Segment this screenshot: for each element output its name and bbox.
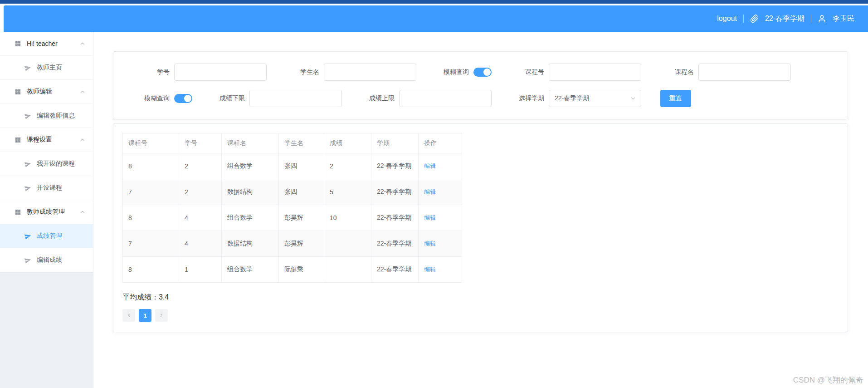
fuzzy-search-label: 模糊查询 xyxy=(124,94,170,103)
cell-action: 编辑 xyxy=(419,231,462,257)
course-id-label: 课程号 xyxy=(499,68,544,76)
next-page-button[interactable] xyxy=(155,309,168,322)
column-header: 成绩 xyxy=(324,133,371,153)
cell-course_name: 组合数学 xyxy=(222,153,279,179)
course-name-input[interactable] xyxy=(698,64,791,81)
prev-page-button[interactable] xyxy=(122,309,135,322)
send-icon xyxy=(24,256,32,264)
cell-student_id: 4 xyxy=(179,205,222,231)
cell-score xyxy=(324,257,371,283)
current-semester[interactable]: 22-春季学期 xyxy=(765,14,805,24)
average-score-line: 平均成绩：3.4 xyxy=(122,293,839,302)
results-card: 课程号学号课程名学生名成绩学期操作 82组合数学张四222-春季学期编辑72数据… xyxy=(113,123,848,332)
csdn-watermark: CSDN @飞翔的佩奇 xyxy=(793,375,863,385)
cell-course_id: 7 xyxy=(123,231,179,257)
sidebar-item-教师编辑[interactable]: 教师编辑 xyxy=(0,80,93,104)
sidebar-item-label: Hi! teacher xyxy=(27,40,58,47)
sidebar-item-开设课程[interactable]: 开设课程 xyxy=(0,176,93,200)
cell-course_id: 7 xyxy=(123,179,179,205)
fuzzy-search-field-bottom: 模糊查询 xyxy=(124,94,192,103)
sidebar-filler xyxy=(0,272,93,388)
fuzzy-search-toggle[interactable] xyxy=(473,68,492,77)
edit-link[interactable]: 编辑 xyxy=(424,240,436,247)
cell-student_id: 2 xyxy=(179,179,222,205)
cell-score: 2 xyxy=(324,153,371,179)
sidebar-item-课程设置[interactable]: 课程设置 xyxy=(0,128,93,152)
student-id-label: 学号 xyxy=(124,68,170,76)
grades-table: 课程号学号课程名学生名成绩学期操作 82组合数学张四222-春季学期编辑72数据… xyxy=(122,133,462,283)
cell-student_name: 阮健乘 xyxy=(279,257,324,283)
send-icon xyxy=(24,232,32,240)
page-button-1[interactable]: 1 xyxy=(139,309,151,322)
cell-action: 编辑 xyxy=(419,179,462,205)
average-score-label: 平均成绩： xyxy=(122,293,159,301)
cell-student_id: 1 xyxy=(179,257,222,283)
semester-field: 选择学期 22-春季学期 xyxy=(499,90,641,107)
sidebar-item-label: 编辑成绩 xyxy=(37,256,62,264)
cell-action: 编辑 xyxy=(419,153,462,179)
student-id-input[interactable] xyxy=(174,64,267,81)
course-id-field: 课程号 xyxy=(499,64,641,81)
logout-button[interactable]: logout xyxy=(717,15,737,23)
edit-link[interactable]: 编辑 xyxy=(424,266,436,273)
cell-student_name: 张四 xyxy=(279,179,324,205)
semester-select-value: 22-春季学期 xyxy=(555,94,589,103)
cell-student_id: 4 xyxy=(179,231,222,257)
sidebar-item-label: 编辑教师信息 xyxy=(37,112,75,120)
student-name-input[interactable] xyxy=(324,64,416,81)
cell-course_id: 8 xyxy=(123,153,179,179)
sidebar-item-编辑成绩[interactable]: 编辑成绩 xyxy=(0,248,93,272)
sidebar-item-label: 我开设的课程 xyxy=(37,160,75,168)
sidebar-item-我开设的课程[interactable]: 我开设的课程 xyxy=(0,152,93,176)
header-divider xyxy=(743,15,744,23)
student-id-field: 学号 xyxy=(124,64,267,81)
sidebar-item-编辑教师信息[interactable]: 编辑教师信息 xyxy=(0,104,93,128)
page-number-buttons: 1 xyxy=(139,309,151,322)
sidebar-item-成绩管理[interactable]: 成绩管理 xyxy=(0,224,93,248)
send-icon xyxy=(24,112,32,120)
column-header: 课程号 xyxy=(123,133,179,153)
filter-card: 学号 学生名 模糊查询 课程号 课程名 xyxy=(113,51,848,119)
pagination: 1 xyxy=(122,309,839,322)
edit-link[interactable]: 编辑 xyxy=(424,214,436,221)
cell-course_id: 8 xyxy=(123,257,179,283)
cell-semester: 22-春季学期 xyxy=(371,153,419,179)
toggle-knob xyxy=(483,69,491,76)
sidebar-menu: Hi! teacher教师主页教师编辑编辑教师信息课程设置我开设的课程开设课程教… xyxy=(0,32,93,272)
app-header: logout 22-春季学期 李玉民 xyxy=(4,5,868,32)
student-name-field: 学生名 xyxy=(274,64,416,81)
course-id-input[interactable] xyxy=(549,64,641,81)
course-name-label: 课程名 xyxy=(649,68,694,76)
table-row: 84组合数学彭昊辉1022-春季学期编辑 xyxy=(123,205,462,231)
reset-button[interactable]: 重置 xyxy=(660,90,691,107)
cell-course_id: 8 xyxy=(123,205,179,231)
send-icon xyxy=(24,184,32,192)
table-row: 74数据结构彭昊辉22-春季学期编辑 xyxy=(123,231,462,257)
cell-student_name: 张四 xyxy=(279,153,324,179)
sidebar-item-教师成绩管理[interactable]: 教师成绩管理 xyxy=(0,200,93,224)
fuzzy-search-label: 模糊查询 xyxy=(424,68,469,76)
sidebar-item-label: 教师编辑 xyxy=(27,88,52,96)
browser-top-strip xyxy=(0,0,868,4)
sidebar-item-教师主页[interactable]: 教师主页 xyxy=(0,56,93,80)
edit-link[interactable]: 编辑 xyxy=(424,162,436,169)
username[interactable]: 李玉民 xyxy=(833,14,854,24)
fuzzy-search-toggle[interactable] xyxy=(174,94,192,103)
chevron-up-icon xyxy=(79,137,86,143)
edit-link[interactable]: 编辑 xyxy=(424,188,436,195)
score-max-label: 成绩上限 xyxy=(349,94,395,103)
chevron-up-icon xyxy=(79,40,86,47)
page-body: Hi! teacher教师主页教师编辑编辑教师信息课程设置我开设的课程开设课程教… xyxy=(0,32,868,388)
filter-row-2: 模糊查询 成绩下限 成绩上限 选择学期 22-春季学期 xyxy=(124,90,837,107)
sidebar-item-Hi! teacher[interactable]: Hi! teacher xyxy=(0,32,93,56)
column-header: 课程名 xyxy=(222,133,279,153)
paperclip-icon xyxy=(750,15,759,23)
semester-select[interactable]: 22-春季学期 xyxy=(549,90,641,107)
column-header: 学号 xyxy=(179,133,222,153)
sidebar-item-label: 教师主页 xyxy=(37,64,62,72)
score-max-input[interactable] xyxy=(399,90,492,107)
cell-semester: 22-春季学期 xyxy=(371,231,419,257)
score-min-input[interactable] xyxy=(249,90,342,107)
semester-select-label: 选择学期 xyxy=(499,94,544,103)
grid-icon xyxy=(15,209,21,216)
